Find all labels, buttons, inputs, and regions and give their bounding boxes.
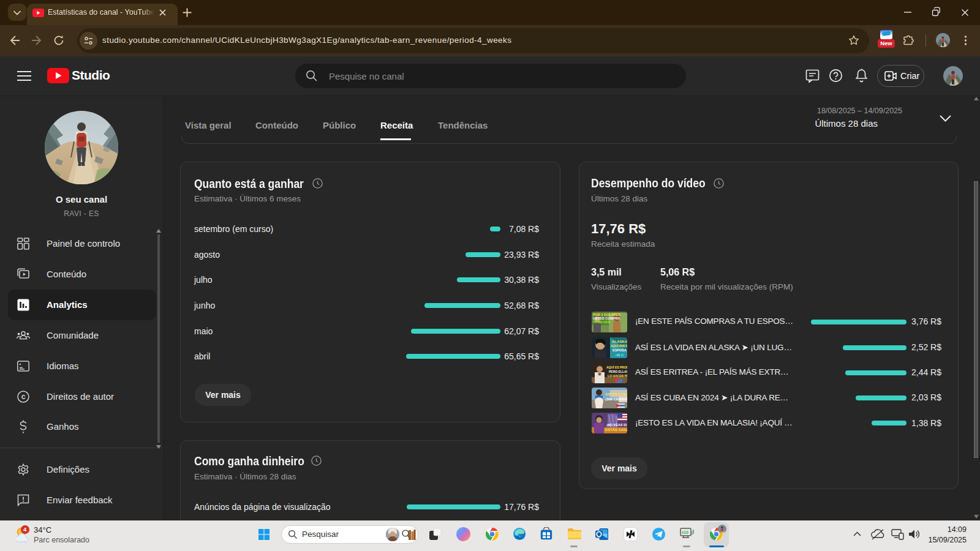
svg-text:x10: x10	[682, 530, 688, 534]
svg-text:ESTÁS CASADO!: ESTÁS CASADO!	[605, 428, 627, 432]
svg-text:ASÍ ES CUBA: ASÍ ES CUBA	[605, 392, 627, 396]
svg-text:-40 C: -40 C	[615, 353, 624, 357]
svg-text:¡NO VEAS SI: ¡NO VEAS SI	[606, 423, 627, 427]
svg-text:ESPOSA: ESPOSA	[612, 348, 627, 352]
svg-text:PERO ELLAS: PERO ELLAS	[609, 370, 627, 373]
svg-text:AQUI PRESTAR: AQUI PRESTAR	[611, 344, 627, 348]
svg-text:TU MUJER: TU MUJER	[593, 320, 610, 324]
svg-text:LO HACEN PERVERS: LO HACEN PERVERS	[608, 374, 627, 378]
svg-text:ALASKA: ALASKA	[612, 340, 627, 343]
svg-text:c: c	[21, 392, 26, 401]
svg-text:¡SIN CENSURA!: ¡SIN CENSURA!	[605, 397, 627, 401]
svg-text:AQUÍ ES PROHIBIDO: AQUÍ ES PROHIBIDO	[606, 365, 627, 369]
